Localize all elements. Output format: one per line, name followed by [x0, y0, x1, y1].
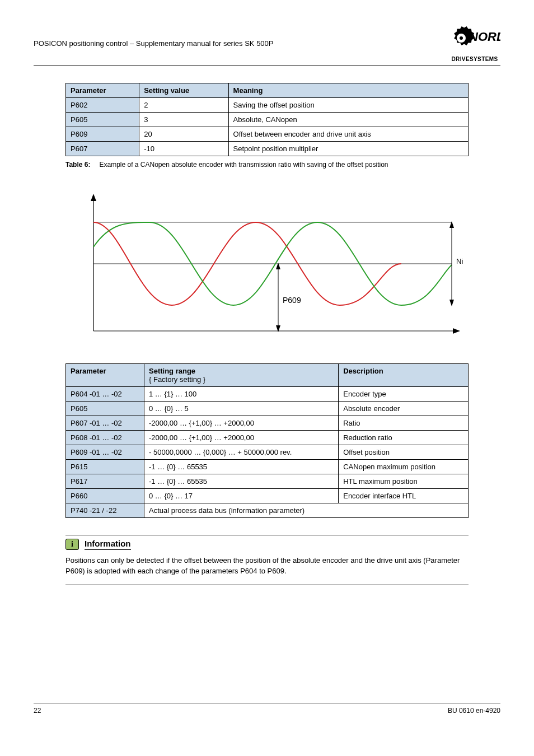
table-related-parameters: Parameter Setting range { Factory settin… — [65, 363, 469, 518]
cell-param: P740 -21 / -22 — [66, 503, 144, 518]
cell-meaning: Setpoint position multiplier — [228, 142, 468, 156]
cell-meaning: Offset between encoder and drive unit ax… — [228, 127, 468, 142]
p609-label: P609 — [283, 296, 301, 305]
col-parameter: Parameter — [66, 364, 144, 387]
cell-range: -2000,00 … {+1,00} … +2000,00 — [144, 416, 339, 431]
cell-desc: CANopen maximum position — [339, 460, 469, 474]
cell-range: 0 … {0} … 17 — [144, 489, 339, 503]
cell-meaning: Absolute, CANopen — [228, 113, 468, 127]
cell-range: 1 … {1} … 100 — [144, 387, 339, 402]
col-setting-range: Setting range { Factory setting } — [144, 364, 339, 387]
cell-param: P660 — [66, 489, 144, 503]
cell-range: 0 … {0} … 5 — [144, 402, 339, 416]
info-body: Positions can only be detected if the of… — [65, 556, 469, 577]
svg-marker-4 — [91, 194, 96, 201]
info-bottom-rule — [65, 585, 469, 585]
cell-param: P607 -01 … -02 — [66, 416, 144, 431]
cell-desc: Reduction ratio — [339, 431, 469, 445]
page-title: POSICON positioning control – Supplement… — [34, 22, 274, 48]
cell-param: P605 — [66, 113, 139, 127]
cell-value: -10 — [139, 142, 228, 156]
cell-param: P609 -01 … -02 — [66, 445, 144, 460]
nord-gear-icon: NORD — [449, 22, 500, 56]
header-divider — [34, 66, 500, 66]
cell-range: - 50000,0000 … {0,000} … + 50000,000 rev… — [144, 445, 339, 460]
col-description: Description — [339, 364, 469, 387]
svg-point-1 — [460, 36, 463, 40]
col-parameter: Parameter — [66, 83, 139, 98]
cell-param: P617 — [66, 474, 144, 489]
cell-range: -1 … {0} … 65535 — [144, 474, 339, 489]
cell-desc: Encoder interface HTL — [339, 489, 469, 503]
cell-value: 3 — [139, 113, 228, 127]
brand-logo: NORD DRIVESYSTEMS — [449, 22, 500, 62]
cell-desc: Encoder type — [339, 387, 469, 402]
info-icon: i — [65, 539, 79, 550]
cell-param: P604 -01 … -02 — [66, 387, 144, 402]
offset-sine-chart: P609 Ni / Nmax — [71, 191, 463, 348]
cell-param: P609 — [66, 127, 139, 142]
cell-range: -1 … {0} … 65535 — [144, 460, 339, 474]
ninmax-label: Ni / Nmax — [456, 257, 463, 267]
cell-desc: Offset position — [339, 445, 469, 460]
brand-subtitle: DRIVESYSTEMS — [449, 56, 500, 62]
cell-meaning: Saving the offset position — [228, 98, 468, 113]
info-title: Information — [85, 539, 131, 550]
info-top-rule — [65, 535, 469, 535]
table-offset-example: Parameter Setting value Meaning P602 2 S… — [65, 83, 469, 156]
cell-range: Actual process data bus (information par… — [144, 503, 469, 518]
caption-text: Example of a CANopen absolute encoder wi… — [99, 161, 388, 169]
cell-desc: Ratio — [339, 416, 469, 431]
doc-id: BU 0610 en-4920 — [448, 707, 500, 715]
svg-marker-14 — [449, 300, 454, 306]
table-caption: Table 6: Example of a CANopen absolute e… — [65, 161, 469, 169]
cell-range: -2000,00 … {+1,00} … +2000,00 — [144, 431, 339, 445]
cell-param: P615 — [66, 460, 144, 474]
cell-param: P608 -01 … -02 — [66, 431, 144, 445]
svg-marker-6 — [453, 328, 460, 334]
cell-value: 2 — [139, 98, 228, 113]
cell-param: P607 — [66, 142, 139, 156]
cell-desc: Absolute encoder — [339, 402, 469, 416]
cell-param: P605 — [66, 402, 144, 416]
svg-text:NORD: NORD — [469, 30, 500, 44]
cell-param: P602 — [66, 98, 139, 113]
cell-desc: HTL maximum position — [339, 474, 469, 489]
caption-label: Table 6: — [65, 161, 90, 169]
page-number: 22 — [34, 707, 41, 715]
col-meaning: Meaning — [228, 83, 468, 98]
col-setting-value: Setting value — [139, 83, 228, 98]
cell-value: 20 — [139, 127, 228, 142]
